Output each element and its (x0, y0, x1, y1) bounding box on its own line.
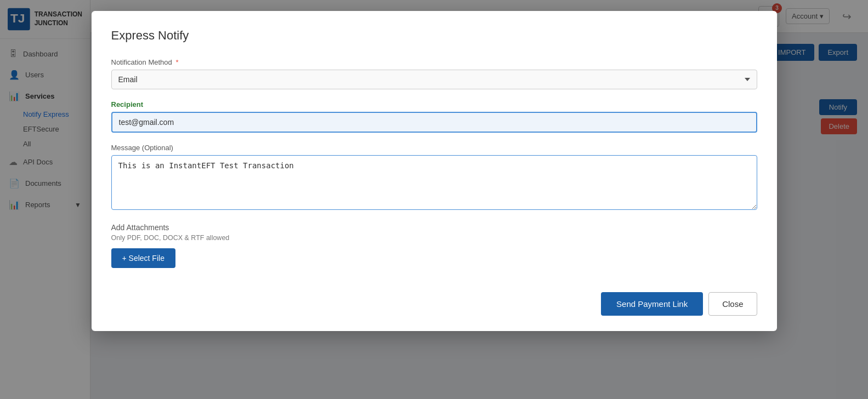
notification-method-group: Notification Method * Email SMS (111, 58, 757, 89)
express-notify-modal: Express Notify Notification Method * Ema… (92, 11, 777, 331)
recipient-group: Recipient (111, 100, 757, 133)
attachments-group: Add Attachments Only PDF, DOC, DOCX & RT… (111, 223, 757, 268)
message-textarea[interactable] (111, 155, 757, 210)
notification-method-select[interactable]: Email SMS (111, 70, 757, 89)
send-payment-button[interactable]: Send Payment Link (601, 292, 703, 316)
modal-overlay: Express Notify Notification Method * Ema… (0, 0, 868, 399)
notification-method-label: Notification Method * (111, 58, 757, 66)
message-group: Message (Optional) (111, 144, 757, 212)
attachments-hint: Only PDF, DOC, DOCX & RTF allowed (111, 234, 757, 242)
close-button[interactable]: Close (708, 292, 757, 316)
modal-title: Express Notify (111, 29, 757, 43)
recipient-label: Recipient (111, 100, 757, 109)
message-label: Message (Optional) (111, 144, 757, 152)
select-file-button[interactable]: + Select File (111, 248, 175, 268)
add-attachments-label: Add Attachments (111, 223, 757, 232)
required-marker: * (175, 58, 178, 66)
modal-footer: Send Payment Link Close (111, 283, 757, 316)
recipient-input[interactable] (111, 112, 757, 133)
